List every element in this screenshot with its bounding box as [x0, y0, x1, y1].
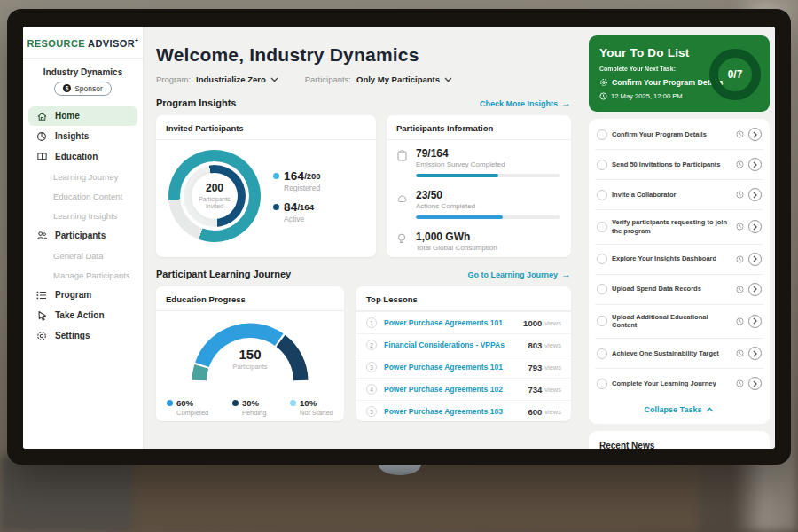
program-select[interactable]: Industrialize Zero: [196, 74, 278, 84]
emission-survey-label: Emission Survey Completed: [416, 160, 560, 168]
stat-actions-completed: 23/50 Actions Completed: [387, 182, 571, 223]
lesson-title-link[interactable]: Power Purchase Agreements 103: [384, 407, 528, 416]
chevron-right-icon: [753, 223, 757, 231]
task-open-button[interactable]: [748, 128, 762, 141]
sidebar-item-education-content[interactable]: Education Content: [28, 187, 137, 206]
lesson-row[interactable]: 5 Power Purchase Agreements 103 600 view…: [356, 400, 571, 422]
sidebar-item-manage-participants[interactable]: Manage Participants: [28, 266, 137, 285]
not-started-label: Not Started: [300, 409, 333, 417]
task-row-verify-participants[interactable]: Verify participants requesting to join t…: [595, 209, 763, 244]
task-open-button[interactable]: [748, 283, 762, 296]
task-checkbox[interactable]: [597, 222, 607, 232]
task-checkbox[interactable]: [597, 316, 607, 326]
legend-active: 84 /164 Active: [273, 200, 321, 223]
task-row-explore-insights[interactable]: Explore Your Insights Dashboard: [595, 244, 763, 274]
sidebar-item-label: Manage Participants: [53, 270, 130, 280]
task-open-button[interactable]: [748, 158, 762, 171]
sidebar-item-program[interactable]: Program: [28, 286, 137, 305]
task-row-upload-spend-data[interactable]: Upload Spend Data Records: [595, 274, 763, 304]
task-checkbox[interactable]: [597, 160, 607, 170]
task-open-button[interactable]: [748, 315, 762, 328]
legend-pending: 30% Pending: [232, 398, 267, 417]
task-checkbox[interactable]: [597, 379, 607, 389]
task-open-button[interactable]: [748, 188, 762, 201]
todo-due-label: 12 May 2025, 12:00 PM: [611, 92, 683, 100]
home-icon: [35, 111, 48, 121]
task-open-button[interactable]: [748, 347, 762, 360]
clock-icon: [736, 317, 744, 325]
todo-panel: Your To Do List Complete Your Next Task:…: [583, 27, 775, 449]
task-checkbox[interactable]: [597, 129, 607, 140]
background-shadow: [0, 456, 133, 532]
task-row-achieve-target[interactable]: Achieve One Sustainability Target: [595, 338, 763, 368]
sidebar-item-settings[interactable]: Settings: [28, 326, 137, 346]
lesson-title-link[interactable]: Power Purchase Agreements 101: [384, 318, 523, 327]
sidebar: RESOURCE ADVISOR+ Industry Dynamics $ Sp…: [23, 27, 144, 449]
insights-cards-row: Invited Participants 200 Participants In…: [156, 115, 571, 257]
task-checkbox[interactable]: [597, 190, 607, 200]
pending-label: Pending: [242, 409, 267, 417]
completed-value: 60%: [176, 398, 193, 408]
task-row-upload-educational-content[interactable]: Upload Additional Educational Content: [595, 304, 763, 339]
invited-participants-card: Invited Participants 200 Participants In…: [156, 115, 376, 257]
actions-completed-progress-fill: [416, 215, 503, 219]
task-row-send-invitations[interactable]: Send 50 Invitations to Participants: [595, 149, 763, 179]
invited-participants-body: 200 Participants Invited 164 /200: [156, 140, 376, 252]
sidebar-item-learning-journey[interactable]: Learning Journey: [28, 168, 137, 186]
task-checkbox[interactable]: [597, 348, 607, 359]
pending-dot-icon: [232, 400, 239, 406]
participants-select[interactable]: Only My Participants: [356, 74, 452, 84]
filter-bar: Program: Industrialize Zero Participants…: [156, 74, 571, 84]
logo-plus: +: [135, 37, 139, 43]
sidebar-item-general-data[interactable]: General Data: [28, 246, 137, 265]
chevron-right-icon: [753, 192, 757, 199]
sidebar-item-take-action[interactable]: Take Action: [28, 306, 137, 325]
clock-icon: [736, 130, 744, 138]
take-action-icon: [35, 310, 48, 321]
program-filter-label: Program:: [156, 74, 191, 84]
logo-primary: RESOURCE: [27, 38, 85, 49]
sidebar-item-learning-insights[interactable]: Learning Insights: [28, 207, 137, 225]
task-row-complete-learning-journey[interactable]: Complete Your Learning Journey: [595, 368, 763, 398]
emission-survey-progressbar: [416, 174, 560, 177]
completed-label: Completed: [176, 409, 208, 417]
chevron-right-icon: [753, 286, 757, 293]
program-insights-header: Program Insights Check More Insights→: [156, 98, 571, 108]
sidebar-item-participants[interactable]: Participants: [28, 226, 137, 246]
gear-icon: [599, 78, 608, 87]
sidebar-item-insights[interactable]: Insights: [28, 127, 137, 146]
task-row-confirm-program[interactable]: Confirm Your Program Details: [595, 120, 763, 149]
go-to-learning-journey-link[interactable]: Go to Learning Journey→: [467, 269, 571, 279]
task-open-button[interactable]: [748, 220, 762, 233]
todo-summary-card: Your To Do List Complete Your Next Task:…: [589, 35, 770, 112]
sidebar-nav: Home Insights Education: [23, 106, 143, 346]
not-started-dot-icon: [290, 400, 296, 406]
sidebar-item-home[interactable]: Home: [28, 106, 137, 126]
task-row-invite-collaborator[interactable]: Invite a Collaborator: [595, 179, 763, 209]
check-more-insights-link[interactable]: Check More Insights→: [480, 98, 571, 108]
participants-icon: [35, 231, 48, 241]
lesson-title-link[interactable]: Power Purchase Agreements 101: [384, 363, 528, 372]
task-label: Upload Spend Data Records: [612, 285, 732, 293]
learning-journey-title: Participant Learning Journey: [156, 269, 291, 279]
lesson-row[interactable]: 1 Power Purchase Agreements 101 1000 vie…: [356, 311, 571, 333]
sidebar-item-label: Program: [55, 290, 91, 300]
task-open-button[interactable]: [748, 377, 762, 390]
clock-icon: [736, 191, 744, 199]
lesson-title-link[interactable]: Financial Considerations - VPPAs: [384, 340, 528, 349]
clock-icon: [736, 160, 744, 168]
task-checkbox[interactable]: [597, 254, 607, 264]
lesson-row[interactable]: 4 Power Purchase Agreements 102 734 view…: [356, 378, 571, 400]
task-open-button[interactable]: [748, 253, 762, 266]
registered-total: /200: [304, 171, 321, 181]
emission-survey-progress-fill: [416, 174, 498, 177]
gauge-center: 150 Participants: [180, 347, 320, 371]
lesson-title-link[interactable]: Power Purchase Agreements 102: [384, 385, 528, 394]
lesson-row[interactable]: 3 Power Purchase Agreements 101 793 view…: [356, 356, 571, 378]
actions-completed-progressbar: [416, 215, 560, 219]
collapse-tasks-link[interactable]: Collapse Tasks: [595, 398, 763, 423]
lesson-row[interactable]: 2 Financial Considerations - VPPAs 803 v…: [356, 333, 571, 356]
sidebar-item-education[interactable]: Education: [28, 147, 137, 167]
lesson-views-label: views: [544, 364, 561, 372]
task-checkbox[interactable]: [597, 284, 607, 294]
